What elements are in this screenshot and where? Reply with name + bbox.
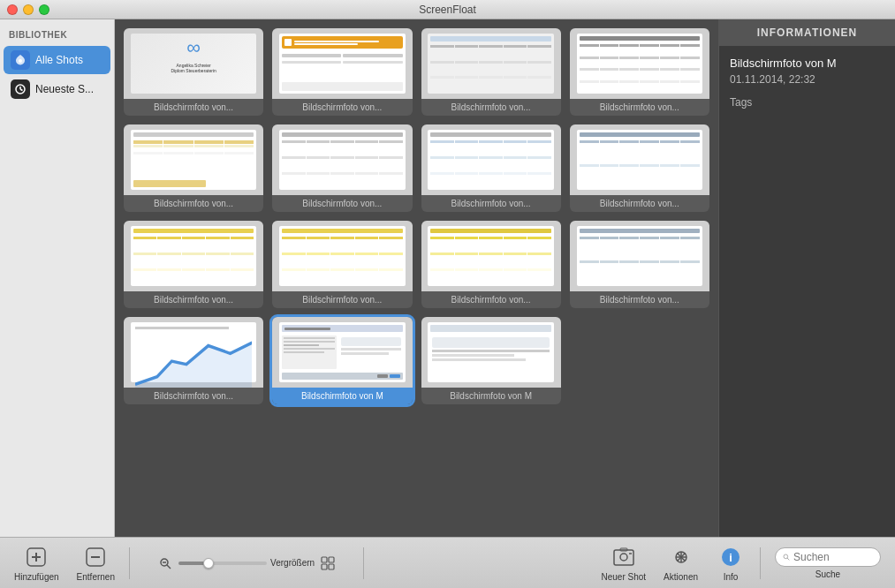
zoom-fit-icon[interactable] <box>318 554 338 573</box>
info-date: 01.11.2014, 22:32 <box>730 73 884 86</box>
neueste-icon <box>11 79 30 99</box>
thumbnail-label-14: Bildschirmfoto von M <box>272 388 412 404</box>
zoom-thumb[interactable] <box>203 558 214 569</box>
info-tags-label: Tags <box>730 96 884 109</box>
thumbnail-label-12: Bildschirmfoto von... <box>570 291 709 308</box>
sidebar-item-alle-shots[interactable]: Alle Shots <box>4 46 110 74</box>
thumbnail-2[interactable]: Bildschirmfoto von... <box>272 28 412 116</box>
svg-rect-14 <box>329 557 334 562</box>
svg-line-3 <box>20 89 23 91</box>
app-title: ScreenFloat <box>419 4 476 16</box>
thumbnail-img-11 <box>421 221 561 291</box>
thumbnail-img-2 <box>272 28 412 99</box>
zoom-slider[interactable] <box>178 562 267 565</box>
thumbnail-label-3: Bildschirmfoto von... <box>421 99 561 116</box>
svg-rect-15 <box>322 564 327 569</box>
thumbnail-img-13 <box>124 317 263 388</box>
thumbnail-label-13: Bildschirmfoto von... <box>124 388 263 404</box>
svg-line-29 <box>787 558 789 560</box>
search-icon <box>783 552 790 562</box>
toolbar-sep-2 <box>363 547 364 579</box>
thumbnail-label-5: Bildschirmfoto von... <box>124 195 263 212</box>
toolbar: Hinzufügen Entfernen Vergrößern <box>0 537 895 588</box>
thumbnail-img-1: ∞ Angelika SchreierDiplom Steuerberateri… <box>124 28 263 99</box>
svg-point-0 <box>19 59 22 63</box>
zoom-control: Vergrößern <box>137 554 356 573</box>
thumbnail-11[interactable]: Bildschirmfoto von... <box>421 221 561 308</box>
thumbnail-6[interactable]: Bildschirmfoto von... <box>272 124 412 212</box>
alle-shots-icon <box>11 50 30 70</box>
remove-button[interactable]: Entfernen <box>70 541 122 585</box>
actions-button[interactable]: Aktionen <box>656 541 705 585</box>
zoom-small-icon[interactable] <box>155 554 175 573</box>
thumbnail-15[interactable]: Bildschirmfoto von M <box>421 317 561 404</box>
search-button[interactable]: Suche <box>768 544 888 583</box>
alle-shots-label: Alle Shots <box>35 54 83 66</box>
thumbnail-7[interactable]: Bildschirmfoto von... <box>421 124 561 212</box>
thumbnail-img-14 <box>272 317 412 388</box>
thumbnail-img-4 <box>570 28 709 99</box>
thumbnail-1[interactable]: ∞ Angelika SchreierDiplom Steuerberateri… <box>124 28 263 116</box>
main-layout: BIBLIOTHEK Alle Shots Neueste S... <box>0 19 895 537</box>
sidebar-item-neueste[interactable]: Neueste S... <box>4 75 110 103</box>
thumbnail-img-9 <box>124 221 263 291</box>
thumbnail-5[interactable]: Bildschirmfoto von... <box>124 124 263 212</box>
new-shot-icon <box>611 545 636 569</box>
svg-point-18 <box>620 554 627 561</box>
thumbnail-label-6: Bildschirmfoto von... <box>272 195 412 212</box>
thumbnail-12[interactable]: Bildschirmfoto von... <box>570 221 709 308</box>
add-label: Hinzufügen <box>14 572 59 582</box>
thumbnail-label-10: Bildschirmfoto von... <box>272 291 412 308</box>
sidebar: BIBLIOTHEK Alle Shots Neueste S... <box>0 19 115 537</box>
thumbnail-3[interactable]: Bildschirmfoto von... <box>421 28 561 116</box>
minimize-button[interactable] <box>23 4 34 15</box>
add-button[interactable]: Hinzufügen <box>7 541 66 585</box>
thumbnail-label-15: Bildschirmfoto von M <box>421 388 561 404</box>
svg-text:i: i <box>729 551 732 564</box>
thumbnail-img-8 <box>570 124 709 195</box>
thumbnail-img-15 <box>421 317 561 388</box>
svg-rect-13 <box>322 557 327 562</box>
actions-label: Aktionen <box>664 572 698 582</box>
add-icon <box>24 545 49 569</box>
thumbnail-label-1: Bildschirmfoto von... <box>124 99 263 116</box>
thumbnail-10[interactable]: Bildschirmfoto von... <box>272 221 412 308</box>
svg-line-11 <box>167 565 171 569</box>
thumbnail-13[interactable]: Bildschirmfoto von... <box>124 317 263 404</box>
remove-label: Entfernen <box>77 572 115 582</box>
toolbar-sep-1 <box>129 547 130 579</box>
info-panel: INFORMATIONEN Bildschirmfoto von M 01.11… <box>718 19 895 537</box>
thumbnail-img-3 <box>421 28 561 99</box>
remove-icon <box>83 545 108 569</box>
info-button[interactable]: i Info <box>709 541 753 585</box>
close-button[interactable] <box>7 4 18 15</box>
info-panel-content: Bildschirmfoto von M 01.11.2014, 22:32 T… <box>719 46 895 119</box>
neueste-label: Neueste S... <box>35 83 94 95</box>
new-shot-label: Neuer Shot <box>602 572 647 582</box>
thumbnail-14[interactable]: Bildschirmfoto von M <box>272 317 412 404</box>
thumbnail-label-11: Bildschirmfoto von... <box>421 291 561 308</box>
thumbnail-4[interactable]: Bildschirmfoto von... <box>570 28 709 116</box>
thumbnail-label-4: Bildschirmfoto von... <box>570 99 709 116</box>
thumbnail-8[interactable]: Bildschirmfoto von... <box>570 124 709 212</box>
info-filename: Bildschirmfoto von M <box>730 57 884 70</box>
svg-rect-16 <box>329 564 334 569</box>
search-input[interactable] <box>793 551 873 563</box>
svg-point-28 <box>784 554 788 559</box>
thumbnail-label-2: Bildschirmfoto von... <box>272 99 412 116</box>
thumbnail-img-6 <box>272 124 412 195</box>
svg-marker-4 <box>135 343 252 388</box>
thumbnail-img-12 <box>570 221 709 291</box>
svg-rect-17 <box>614 550 633 565</box>
info-label: Info <box>724 572 739 582</box>
new-shot-button[interactable]: Neuer Shot <box>595 541 654 585</box>
thumbnail-label-9: Bildschirmfoto von... <box>124 291 263 308</box>
search-box[interactable] <box>775 547 881 567</box>
thumbnail-img-5 <box>124 124 263 195</box>
maximize-button[interactable] <box>39 4 49 15</box>
search-label: Suche <box>815 569 840 579</box>
thumbnail-img-7 <box>421 124 561 195</box>
thumbnail-9[interactable]: Bildschirmfoto von... <box>124 221 263 308</box>
info-icon: i <box>718 545 743 569</box>
actions-icon <box>669 545 694 569</box>
